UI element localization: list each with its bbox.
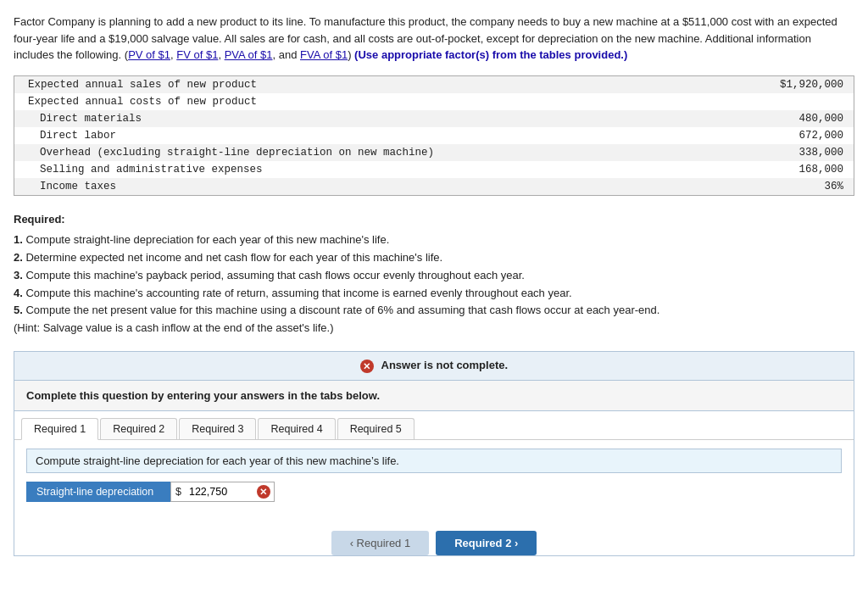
hint-text: (Hint: Salvage value is a cash inflow at…	[14, 320, 854, 337]
tab-required-4[interactable]: Required 4	[258, 418, 335, 439]
answer-not-complete-banner: ✕ Answer is not complete.	[14, 352, 854, 381]
depreciation-input[interactable]	[186, 482, 253, 501]
table-label-5: Selling and administrative expenses	[14, 161, 603, 178]
tabs-row: Required 1 Required 2 Required 3 Require…	[14, 411, 854, 440]
table-label-2: Direct materials	[14, 110, 603, 127]
required-section: Required: 1. Compute straight-line depre…	[14, 211, 854, 338]
table-value-3: 672,000	[602, 127, 854, 144]
required-item-3: 3. Compute this machine's payback period…	[14, 267, 854, 285]
required-item-2: 2. Determine expected net income and net…	[14, 249, 854, 267]
fv-link[interactable]: FV of $1	[176, 48, 218, 61]
input-label: Straight-line depreciation	[26, 482, 170, 502]
next-label: Required 2	[454, 537, 511, 549]
required-item-4: 4. Compute this machine's accounting rat…	[14, 285, 854, 303]
tab-required-2[interactable]: Required 2	[100, 418, 177, 439]
table-label-0: Expected annual sales of new product	[14, 75, 603, 93]
table-value-1	[602, 93, 854, 110]
data-table: Expected annual sales of new product$1,9…	[14, 75, 854, 196]
input-field-wrap: $ ✕	[170, 482, 275, 502]
pv-link[interactable]: PV of $1	[128, 48, 170, 61]
complete-message: Complete this question by entering your …	[14, 381, 854, 411]
tab-description: Compute straight-line depreciation for e…	[26, 449, 842, 473]
nav-buttons: ‹ Required 1 Required 2 ›	[14, 531, 854, 555]
next-arrow: ›	[515, 537, 518, 549]
prev-arrow: ‹	[350, 537, 353, 549]
intro-paragraph: Factor Company is planning to add a new …	[14, 14, 854, 64]
required-item-5: 5. Compute the net present value for thi…	[14, 302, 854, 320]
table-label-4: Overhead (excluding straight-line deprec…	[14, 144, 603, 161]
tab-required-3[interactable]: Required 3	[179, 418, 256, 439]
table-label-1: Expected annual costs of new product	[14, 93, 603, 110]
tab-required-1[interactable]: Required 1	[21, 418, 98, 440]
pva-link[interactable]: PVA of $1	[225, 48, 273, 61]
table-value-4: 338,000	[602, 144, 854, 161]
dollar-sign: $	[171, 482, 186, 501]
answer-box: ✕ Answer is not complete. Complete this …	[14, 351, 854, 556]
not-complete-text: Answer is not complete.	[381, 359, 509, 371]
fva-link[interactable]: FVA of $1	[300, 48, 348, 61]
table-value-2: 480,000	[602, 110, 854, 127]
input-row: Straight-line depreciation $ ✕	[26, 482, 842, 502]
table-label-3: Direct labor	[14, 127, 603, 144]
table-value-6: 36%	[602, 178, 854, 196]
tab-content: Compute straight-line depreciation for e…	[14, 440, 854, 519]
prev-button[interactable]: ‹ Required 1	[331, 531, 430, 555]
next-button[interactable]: Required 2 ›	[436, 531, 537, 555]
prev-label: Required 1	[357, 537, 411, 549]
required-title: Required:	[14, 211, 854, 229]
table-label-6: Income taxes	[14, 178, 603, 196]
tab-required-5[interactable]: Required 5	[337, 418, 415, 439]
table-value-5: 168,000	[602, 161, 854, 178]
x-icon: ✕	[360, 360, 374, 373]
instruction-bold: (Use appropriate factor(s) from the tabl…	[354, 48, 627, 61]
required-item-1: 1. Compute straight-line depreciation fo…	[14, 231, 854, 249]
input-error-icon[interactable]: ✕	[257, 485, 270, 499]
table-value-0: $1,920,000	[602, 75, 854, 93]
